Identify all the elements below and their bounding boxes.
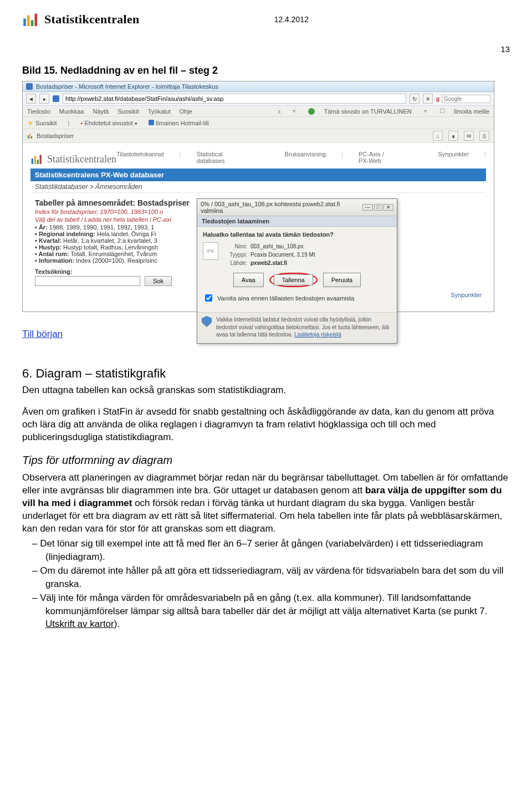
shield-icon [202, 316, 212, 327]
ie-icon [26, 83, 33, 90]
favorites-bar: ★ Suosikit | ▪ Ehdotetut sivustot ▾ Ilma… [23, 117, 494, 129]
close-button[interactable]: ✕ [383, 204, 393, 211]
svg-rect-7 [32, 159, 33, 164]
notify-label[interactable]: Ilmoita meille [454, 108, 489, 115]
stats-bars-icon [27, 132, 34, 139]
cancel-button[interactable]: Peruuta [323, 273, 361, 287]
svg-rect-9 [37, 160, 39, 164]
star-icon: ★ [27, 119, 34, 127]
dialog-question: Haluatko tallentaa tai avata tämän tiedo… [203, 231, 391, 238]
tips-heading: Tips för utformning av diagram [22, 454, 510, 467]
stats-bars-icon [30, 153, 43, 165]
svg-rect-4 [28, 135, 29, 139]
map-print-link[interactable]: Utskrift av kartor [45, 619, 114, 629]
save-button[interactable]: Tallenna [274, 274, 313, 285]
safe-label: Tämä sivusto on TURVALLINEN [324, 108, 411, 115]
menu-item[interactable]: Suosikit [117, 108, 139, 115]
to-top-link[interactable]: Till början [22, 329, 63, 340]
page-icon [53, 95, 59, 102]
mail-button[interactable]: ✉ [464, 131, 474, 141]
footer-right[interactable]: Synpunkter [451, 292, 482, 298]
back-button[interactable]: ◄ [26, 94, 36, 104]
address-bar: ◄ ▸ ↻ ✕ g [23, 92, 494, 106]
textsok-input[interactable] [35, 276, 140, 286]
svg-rect-8 [34, 156, 36, 164]
svg-rect-1 [27, 16, 30, 27]
menu-item[interactable]: Muokkaa [59, 108, 84, 115]
svg-rect-10 [40, 155, 42, 164]
file-details: Nimi:003_ashi_tau_108.px Tyyppi:Pcaxis D… [224, 242, 315, 267]
tips-paragraph: Observera att planeringen av diagrammet … [22, 471, 510, 535]
figure-caption: Bild 15. Nedladdning av en hel fil – ste… [22, 65, 510, 76]
dialog-title: 0% / 003_ashi_tau_108.px kohteesta pxweb… [201, 201, 362, 214]
top-link[interactable]: Statistical databases [197, 151, 238, 164]
print-button[interactable]: ⎙ [479, 131, 489, 141]
dialog-subheader: Tiedostojen lataaminen [197, 216, 397, 227]
section-6-p2: Även om grafiken i StatFin är avsedd för… [22, 406, 510, 444]
open-button[interactable]: Avaa [233, 273, 264, 287]
list-item: Välj inte för många värden för områdesva… [22, 591, 510, 630]
tips-list: Det lönar sig till exempel inte att få m… [22, 537, 510, 630]
section-6-heading: 6. Diagram – statistikgrafik [22, 366, 510, 381]
document-date: 12.4.2012 [140, 15, 443, 24]
svg-rect-3 [35, 14, 38, 27]
top-link[interactable]: Bruksanvisning [285, 151, 326, 164]
tabs-row: Bostadspriser ⌂ ∎ ✉ ⎙ [23, 129, 494, 143]
list-item: Om du däremot inte håller på att göra et… [22, 564, 510, 590]
warn-link[interactable]: Lisätietoja riskeistä [294, 331, 341, 338]
list-item: Det lönar sig till exempel inte att få m… [22, 537, 510, 563]
top-link[interactable]: PC-Axis / PX-Web [359, 151, 395, 164]
search-input[interactable] [442, 95, 490, 103]
svg-rect-0 [23, 19, 26, 27]
maximize-button[interactable]: □ [374, 204, 382, 211]
notify-icon[interactable]: ☐ [439, 108, 445, 115]
tab-bostadspriser[interactable]: Bostadspriser [27, 132, 74, 139]
menu-item[interactable]: Ohje [180, 108, 192, 115]
inner-brand: Statistikcentralen [30, 153, 116, 165]
menu-item[interactable]: Tiedosto [27, 108, 50, 115]
google-icon: g [436, 96, 439, 102]
feed-button[interactable]: ∎ [448, 131, 458, 141]
stop-button[interactable]: ✕ [423, 94, 433, 104]
svg-rect-6 [31, 136, 32, 139]
forward-button[interactable]: ▸ [39, 94, 49, 104]
top-link[interactable]: Tilastotietokannat [116, 151, 164, 164]
refresh-button[interactable]: ↻ [410, 94, 420, 104]
file-type-icon: PX [203, 242, 218, 260]
brand-text: Statistikcentralen [44, 12, 140, 27]
minimize-button[interactable]: — [362, 204, 373, 211]
svg-rect-2 [31, 21, 34, 27]
svg-rect-5 [29, 134, 30, 139]
stats-bars-icon [22, 11, 39, 28]
url-input[interactable] [63, 94, 406, 104]
screenshot-browser: Bostadspriser - Microsoft Internet Explo… [22, 81, 494, 312]
breadcrumb[interactable]: Statistikdatabaser > Ämnesområden [30, 181, 486, 193]
window-titlebar: Bostadspriser - Microsoft Internet Explo… [23, 81, 494, 92]
fav-label[interactable]: Suosikit [35, 120, 57, 126]
menu-item[interactable]: Näytä [93, 108, 109, 115]
fav-item[interactable]: Ilmainen Hotmail-tili [149, 120, 209, 126]
download-dialog: 0% / 003_ashi_tau_108.px kohteesta pxweb… [197, 198, 397, 344]
page-number: 13 [22, 44, 510, 54]
warn-checkbox[interactable] [205, 294, 212, 302]
menu-item[interactable]: Työkalut [148, 108, 171, 115]
textsok-button[interactable]: Sok [145, 276, 172, 286]
home-button[interactable]: ⌂ [433, 131, 443, 141]
top-links: Tilastotietokannat| Statistical database… [116, 149, 486, 169]
window-title: Bostadspriser - Microsoft Internet Explo… [36, 83, 218, 90]
warn-checkbox-label: Varoita aina ennen tällaisten tiedostoje… [217, 295, 354, 302]
px-web-bar: Statistikcentralens PX-Web databaser [30, 169, 486, 181]
top-link[interactable]: Synpunkter [438, 151, 469, 164]
fav-item[interactable]: ▪ Ehdotetut sivustot ▾ [80, 120, 137, 126]
highlighted-save: Tallenna [269, 273, 318, 287]
section-6-p1: Den uttagna tabellen kan också granskas … [22, 384, 510, 397]
brand-logo: Statistikcentralen [22, 11, 140, 28]
menu-bar: Tiedosto Muokkaa Näytä Suosikit Työkalut… [23, 106, 494, 117]
safe-icon [308, 108, 315, 115]
